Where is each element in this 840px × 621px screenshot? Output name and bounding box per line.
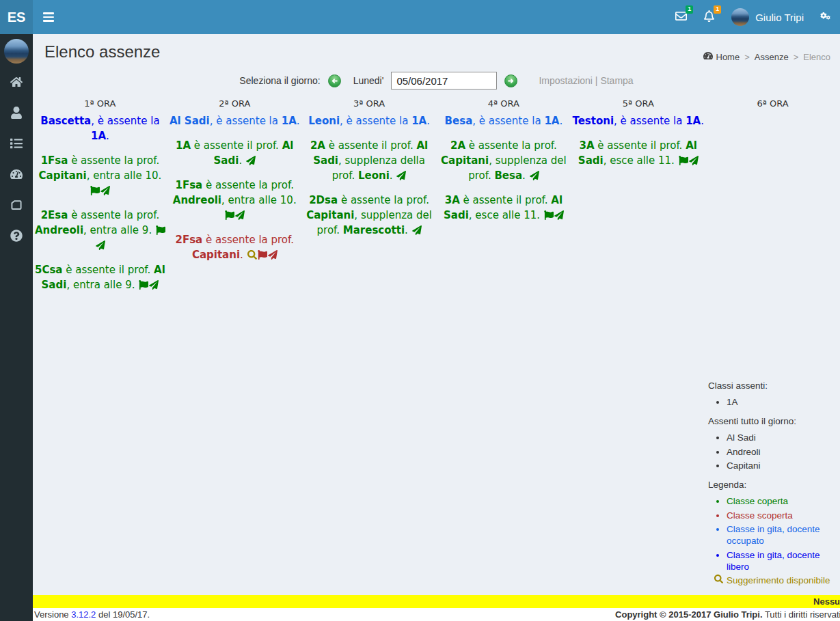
plane-icon[interactable] (95, 239, 105, 251)
home-icon (10, 76, 23, 88)
absence-entry: 1Fsa è assente la prof. Andreoli, entra … (169, 178, 301, 223)
copyright: Copyright © 2015-2017 Giulio Tripi. Tutt… (615, 609, 840, 620)
legend-item-gita_libero: Classe in gita, docente libero (727, 549, 840, 572)
flag-icon[interactable] (543, 209, 554, 221)
flag-icon[interactable] (138, 279, 148, 291)
hour-title: 1ª ORA (34, 98, 166, 109)
notifications-badge: 1 (714, 5, 721, 14)
version-link[interactable]: 3.12.2 (71, 609, 96, 620)
flag-icon[interactable] (224, 209, 234, 221)
plane-icon[interactable] (148, 279, 159, 291)
absence-entry: 2Esa è assente la prof. Andreoli, entra … (34, 208, 166, 253)
settings-link[interactable]: Impostazioni (539, 75, 593, 86)
sidebar-item-user[interactable] (0, 97, 33, 128)
legend-item-scoperta: Classe scoperta (727, 510, 840, 521)
absence-entry: Leoni, è assente la 1A. (303, 113, 435, 128)
messages-button[interactable]: 1 (667, 0, 695, 34)
sidebar-item-list[interactable] (0, 128, 33, 158)
copyright-rest: Tutti i diritti riservati. (763, 609, 840, 620)
absent-classes-list: 1A (708, 396, 840, 408)
user-name: Giulio Tripi (755, 12, 804, 23)
magnifier-icon (714, 575, 723, 586)
print-link[interactable]: Stampa (600, 75, 633, 86)
day-name-label: Lunedi' (353, 75, 384, 86)
absent-teacher-item: Al Sadi (727, 432, 840, 443)
plane-icon[interactable] (554, 209, 564, 221)
version-info: Versione 3.12.2 del 19/05/17. (34, 609, 150, 620)
user-icon (10, 107, 23, 119)
list-icon (10, 137, 23, 150)
arrow-right-icon (507, 77, 515, 85)
sidebar-user-avatar[interactable] (4, 39, 29, 64)
hour-title: 4ª ORA (437, 98, 569, 109)
user-avatar (731, 8, 749, 26)
plane-icon[interactable] (396, 169, 406, 182)
dashboard-icon (703, 51, 712, 62)
hour-column: 6ª ORA (705, 98, 840, 302)
absence-entry: 1Fsa è assente la prof. Capitani, entra … (34, 153, 166, 198)
absent-classes-title: Classi assenti: (708, 380, 840, 391)
sidebar-item-help[interactable] (0, 220, 33, 251)
absence-entry: 3A è assente il prof. Al Sadi, esce alle… (572, 138, 704, 168)
absence-entry: 2A è assente il prof. Al Sadi, supplenza… (303, 138, 435, 183)
flag-icon[interactable] (155, 224, 165, 236)
legend-suggestion: Suggerimento disponibile (714, 575, 840, 586)
next-day-button[interactable] (504, 74, 517, 87)
summary-panel: Classi assenti: 1A Assenti tutto il gior… (708, 374, 840, 586)
plane-icon[interactable] (529, 169, 539, 182)
version-prefix: Versione (34, 609, 71, 620)
notifications-button[interactable]: 1 (695, 0, 723, 34)
user-menu[interactable]: Giulio Tripi (723, 0, 812, 34)
legend-list: Classe copertaClasse scopertaClasse in g… (708, 495, 840, 572)
legend-item-gita_occupato: Classe in gita, docente occupato (727, 523, 840, 547)
settings-button[interactable] (812, 0, 840, 34)
sidebar-toggle-icon[interactable] (43, 10, 54, 24)
breadcrumb: Home > Assenze > Elenco (703, 51, 831, 62)
dashboard-icon (10, 168, 23, 180)
flag-icon[interactable] (257, 249, 267, 261)
absence-entry: 2Fsa è assente la prof. Capitani. (169, 232, 301, 262)
sidebar-item-dashboard[interactable] (0, 158, 33, 189)
plane-icon[interactable] (100, 184, 110, 197)
app-logo[interactable]: ES (0, 0, 33, 34)
select-day-label: Seleziona il giorno: (239, 75, 320, 86)
breadcrumb-separator: > (744, 52, 750, 62)
device-icon (10, 199, 23, 211)
hour-title: 3ª ORA (303, 98, 435, 109)
plane-icon[interactable] (411, 224, 422, 236)
hour-column: 5ª ORATestoni, è assente la 1A.3A è asse… (571, 98, 705, 302)
messages-badge: 1 (686, 5, 693, 14)
legend-item-coperta: Classe coperta (727, 495, 840, 507)
previous-day-button[interactable] (328, 74, 341, 87)
links-separator: | (595, 75, 598, 86)
absent-class-item: 1A (727, 396, 840, 408)
breadcrumb-assenze[interactable]: Assenze (755, 52, 789, 62)
suggestion-label: Suggerimento disponibile (727, 575, 830, 586)
breadcrumb-home[interactable]: Home (716, 52, 740, 62)
news-ticker: Nessun (33, 595, 840, 608)
absence-entry: 3A è assente il prof. Al Sadi, esce alle… (437, 193, 569, 223)
hour-title: 6ª ORA (707, 98, 839, 109)
sidebar-item-device[interactable] (0, 189, 33, 220)
flag-icon[interactable] (678, 154, 688, 167)
hour-column: 3ª ORALeoni, è assente la 1A.2A è assent… (302, 98, 437, 302)
copyright-bold: Copyright © 2015-2017 Giulio Tripi. (615, 609, 762, 620)
plane-icon[interactable] (688, 154, 699, 167)
toolbar-links: Impostazioni | Stampa (539, 75, 633, 86)
content-area: Elenco assenze Home > Assenze > Elenco S… (33, 34, 840, 595)
date-input[interactable] (391, 72, 497, 89)
sidebar-item-home[interactable] (0, 66, 33, 97)
sidebar (0, 34, 33, 621)
absence-entry: Bascetta, è assente la 1A. (34, 113, 166, 143)
hour-column: 2ª ORAAl Sadi, è assente la 1A.1A è asse… (167, 98, 302, 302)
absence-entry: 1A è assente il prof. Al Sadi. (169, 138, 301, 168)
plane-icon[interactable] (234, 209, 245, 221)
footer: Versione 3.12.2 del 19/05/17. Copyright … (33, 608, 840, 621)
day-toolbar: Seleziona il giorno: Lunedi' Impostazion… (33, 72, 840, 89)
arrow-left-icon (331, 77, 338, 85)
plane-icon[interactable] (267, 249, 277, 261)
flag-icon[interactable] (90, 184, 100, 197)
version-suffix: del 19/05/17. (96, 609, 150, 620)
search-icon[interactable] (247, 249, 257, 261)
plane-icon[interactable] (245, 154, 256, 167)
